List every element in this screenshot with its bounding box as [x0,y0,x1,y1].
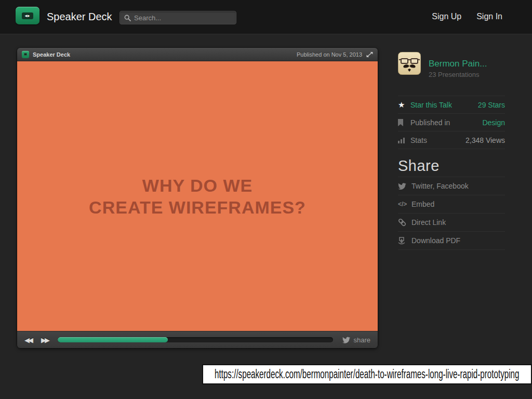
talk-stats-list: ★ Star this Talk 29 Stars Published in D… [398,96,505,149]
sign-in-link[interactable]: Sign In [476,12,502,21]
slide-canvas[interactable]: WHY DO WE CREATE WIREFRAMES? [17,61,378,331]
share-direct-link[interactable]: Direct Link [398,214,505,232]
share-label: share [353,336,370,344]
player-controls: ◀◀ ▶▶ share [17,331,378,348]
top-navbar: ◂▸ Speaker Deck Sign Up Sign In [0,0,532,34]
player-logo-mark [24,53,27,56]
download-icon [398,237,405,245]
published-date: Published on Nov 5, 2013 [297,51,362,58]
share-heading: Share [398,157,440,175]
category-link: Design [482,118,505,127]
rewind-button[interactable]: ◀◀ [24,336,32,344]
share-direct-link-label: Direct Link [411,218,446,227]
star-talk-row[interactable]: ★ Star this Talk 29 Stars [398,96,505,114]
sign-up-link[interactable]: Sign Up [432,12,461,21]
views-count: 2,348 Views [466,136,505,144]
share-embed-label: Embed [411,200,434,208]
logo-arrows-glyph: ◂▸ [22,12,33,19]
published-in-row[interactable]: Published in Design [398,114,505,131]
author-avatar[interactable] [398,52,421,75]
share-download-pdf[interactable]: Download PDF [398,232,505,250]
bookmark-icon [398,119,403,126]
stats-row[interactable]: Stats 2,348 Views [398,131,505,149]
presentation-player: Speaker Deck Published on Nov 5, 2013 WH… [17,48,378,348]
player-brand-label[interactable]: Speaker Deck [33,51,70,58]
stats-label: Stats [410,136,427,144]
player-logo-icon[interactable] [22,51,29,58]
account-links: Sign Up Sign In [432,12,502,21]
share-download-pdf-label: Download PDF [411,236,460,245]
published-in-label: Published in [410,118,450,127]
author-presentations-count: 23 Presentations [429,71,480,78]
fullscreen-icon[interactable] [366,51,373,58]
search-input[interactable] [134,14,232,22]
share-options-list: Twitter, Facebook </> Embed Direct Link [398,177,505,250]
embed-icon: </> [398,201,411,208]
share-twitter-facebook-label: Twitter, Facebook [411,182,469,190]
player-header: Speaker Deck Published on Nov 5, 2013 [17,48,378,61]
share-twitter-facebook[interactable]: Twitter, Facebook [398,177,505,195]
star-icon: ★ [398,100,405,110]
stats-icon [398,137,405,143]
tweet-share-button[interactable]: share [342,336,370,344]
url-text: https://speakerdeck.com/bermonpainter/de… [215,367,519,381]
speakerdeck-logo-icon[interactable]: ◂▸ [16,7,39,24]
link-icon [398,218,406,227]
progress-bar[interactable] [58,337,333,342]
search-icon [124,15,131,21]
stars-count: 29 Stars [478,101,505,109]
slide-title-line1: WHY DO WE [142,175,252,196]
url-caption-bar: https://speakerdeck.com/bermonpainter/de… [202,364,532,384]
twitter-icon [398,183,406,190]
page: ◂▸ Speaker Deck Sign Up Sign In Speaker … [0,0,532,399]
twitter-icon [342,337,350,343]
forward-button[interactable]: ▶▶ [41,336,48,344]
slide-title-line2: CREATE WIREFRAMES? [89,196,306,218]
star-talk-label: Star this Talk [410,101,452,109]
progress-fill [58,337,168,342]
author-name[interactable]: Bermon Pain... [429,59,487,69]
search-box[interactable] [119,11,236,24]
brand-title[interactable]: Speaker Deck [47,11,112,23]
share-embed[interactable]: </> Embed [398,195,505,214]
